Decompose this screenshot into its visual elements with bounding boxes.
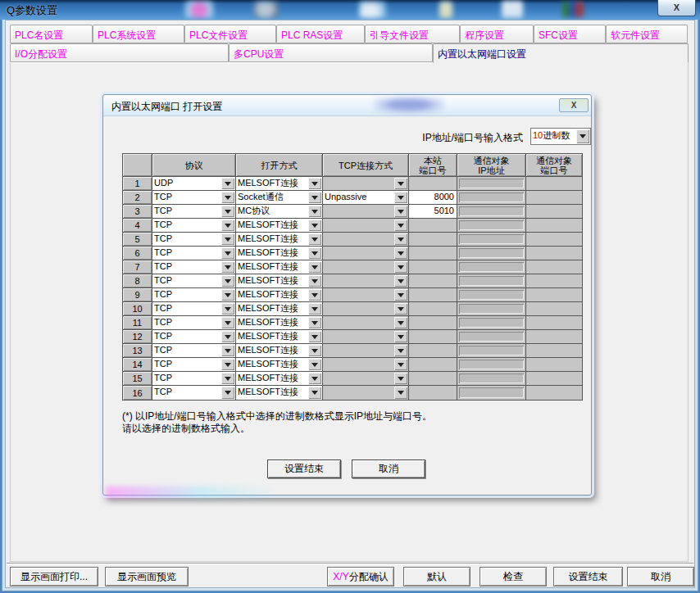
local-port-cell: [409, 288, 457, 302]
cancel-button[interactable]: 取消: [627, 567, 694, 586]
chevron-down-icon[interactable]: [308, 303, 321, 315]
open-method-combo[interactable]: MELSOFT连接: [236, 372, 323, 386]
print-screen-button[interactable]: 显示画面打印...: [10, 567, 98, 586]
combo-value: MELSOFT连接: [236, 344, 307, 357]
chevron-down-icon[interactable]: [308, 387, 321, 399]
chevron-down-icon[interactable]: [221, 345, 234, 356]
protocol-combo[interactable]: TCP: [152, 358, 236, 372]
format-note-line2: 请以选择的进制数格式输入。: [122, 422, 250, 436]
open-method-combo[interactable]: MC协议: [236, 205, 323, 219]
chevron-down-icon[interactable]: [221, 233, 234, 245]
tab-2-row1[interactable]: PLC系统设置: [93, 25, 184, 43]
open-method-combo[interactable]: MELSOFT连接: [236, 316, 323, 330]
chevron-down-icon[interactable]: [221, 303, 234, 315]
protocol-combo[interactable]: TCP: [152, 344, 236, 358]
chevron-down-icon[interactable]: [221, 261, 234, 273]
modal-finish-setting-button[interactable]: 设置结束: [267, 459, 341, 478]
chevron-down-icon[interactable]: [308, 275, 321, 287]
preview-screen-button[interactable]: 显示画面预览: [105, 567, 189, 586]
chevron-down-icon[interactable]: [221, 247, 234, 259]
tab-8-row1[interactable]: 软元件设置: [606, 25, 688, 43]
chevron-down-icon[interactable]: [308, 345, 321, 356]
chevron-down-icon[interactable]: [221, 220, 234, 231]
check-button[interactable]: 检查: [480, 567, 547, 586]
chevron-down-icon[interactable]: [221, 178, 234, 189]
chevron-down-icon[interactable]: [308, 359, 321, 370]
open-method-combo[interactable]: Socket通信: [236, 191, 323, 205]
protocol-combo[interactable]: TCP: [152, 260, 236, 274]
chevron-down-icon[interactable]: [576, 129, 589, 143]
open-method-combo[interactable]: MELSOFT连接: [236, 274, 323, 288]
default-button[interactable]: 默认: [403, 567, 470, 586]
tab-6-row1[interactable]: 程序设置: [460, 25, 534, 43]
chevron-down-icon[interactable]: [308, 192, 321, 203]
chevron-down-icon[interactable]: [221, 206, 234, 217]
combo-value: TCP: [152, 288, 220, 301]
chevron-down-icon[interactable]: [394, 192, 407, 203]
tcp-mode-combo[interactable]: Unpassive: [323, 191, 409, 205]
tab-1-row1[interactable]: PLC名设置: [10, 25, 93, 43]
protocol-combo[interactable]: TCP: [152, 247, 236, 260]
chevron-down-icon[interactable]: [221, 359, 234, 370]
local-port-cell[interactable]: 5010: [409, 205, 457, 219]
protocol-combo[interactable]: TCP: [152, 233, 236, 247]
tab-3-row2[interactable]: 内置以太网端口设置: [433, 43, 689, 63]
protocol-combo[interactable]: TCP: [152, 219, 236, 233]
chevron-down-icon[interactable]: [308, 373, 321, 384]
open-method-combo[interactable]: MELSOFT连接: [236, 386, 323, 400]
tab-4-row1[interactable]: PLC RAS设置: [276, 25, 365, 43]
tab-3-row1[interactable]: PLC文件设置: [184, 25, 276, 43]
open-method-combo[interactable]: MELSOFT连接: [236, 219, 323, 233]
open-method-combo[interactable]: MELSOFT连接: [236, 302, 323, 316]
protocol-combo[interactable]: UDP: [152, 177, 236, 191]
chevron-down-icon[interactable]: [221, 317, 234, 328]
tab-7-row1[interactable]: SFC设置: [534, 25, 606, 43]
open-method-combo[interactable]: MELSOFT连接: [236, 260, 323, 274]
dest-ip-cell: [457, 205, 526, 219]
chevron-down-icon[interactable]: [308, 206, 321, 217]
modal-cancel-button[interactable]: 取消: [352, 459, 425, 478]
chevron-down-icon[interactable]: [308, 220, 321, 231]
chevron-down-icon[interactable]: [308, 289, 321, 301]
protocol-combo[interactable]: TCP: [152, 191, 236, 205]
chevron-down-icon[interactable]: [221, 331, 234, 342]
chevron-down-icon[interactable]: [308, 331, 321, 342]
modal-close-button[interactable]: X: [559, 98, 589, 112]
protocol-combo[interactable]: TCP: [152, 330, 236, 344]
chevron-down-icon: [394, 373, 407, 384]
open-method-combo[interactable]: MELSOFT连接: [236, 177, 323, 191]
chevron-down-icon[interactable]: [221, 373, 234, 384]
chevron-down-icon[interactable]: [221, 275, 234, 287]
tab-2-row2[interactable]: 多CPU设置: [229, 43, 433, 62]
protocol-combo[interactable]: TCP: [152, 316, 236, 330]
tab-5-row1[interactable]: 引导文件设置: [365, 25, 460, 43]
chevron-down-icon[interactable]: [308, 233, 321, 245]
chevron-down-icon[interactable]: [308, 317, 321, 328]
open-method-combo[interactable]: MELSOFT连接: [236, 233, 323, 247]
protocol-combo[interactable]: TCP: [152, 386, 236, 400]
local-port-cell[interactable]: 8000: [409, 191, 457, 205]
input-format-dropdown[interactable]: 10进制数: [530, 128, 591, 145]
chevron-down-icon[interactable]: [308, 178, 321, 189]
protocol-combo[interactable]: TCP: [152, 288, 236, 302]
protocol-combo[interactable]: TCP: [152, 372, 236, 386]
open-method-combo[interactable]: MELSOFT连接: [236, 247, 323, 260]
open-method-combo[interactable]: MELSOFT连接: [236, 330, 323, 344]
tcp-mode-combo: [323, 177, 409, 191]
protocol-combo[interactable]: TCP: [152, 205, 236, 219]
chevron-down-icon[interactable]: [221, 289, 234, 301]
open-method-combo[interactable]: MELSOFT连接: [236, 358, 323, 372]
open-method-combo[interactable]: MELSOFT连接: [236, 344, 323, 358]
chevron-down-icon[interactable]: [308, 247, 321, 259]
chevron-down-icon[interactable]: [308, 261, 321, 273]
window-close-button[interactable]: X: [657, 0, 696, 16]
xy-assignment-confirm-button[interactable]: X/Y分配确认: [327, 567, 394, 586]
protocol-combo[interactable]: TCP: [152, 274, 236, 288]
protocol-combo[interactable]: TCP: [152, 302, 236, 316]
finish-setting-button[interactable]: 设置结束: [553, 567, 623, 586]
chevron-down-icon[interactable]: [221, 192, 234, 203]
open-method-combo[interactable]: MELSOFT连接: [236, 288, 323, 302]
chevron-down-icon[interactable]: [221, 387, 234, 399]
tab-1-row2[interactable]: I/O分配设置: [10, 43, 229, 62]
combo-value: [323, 177, 393, 190]
